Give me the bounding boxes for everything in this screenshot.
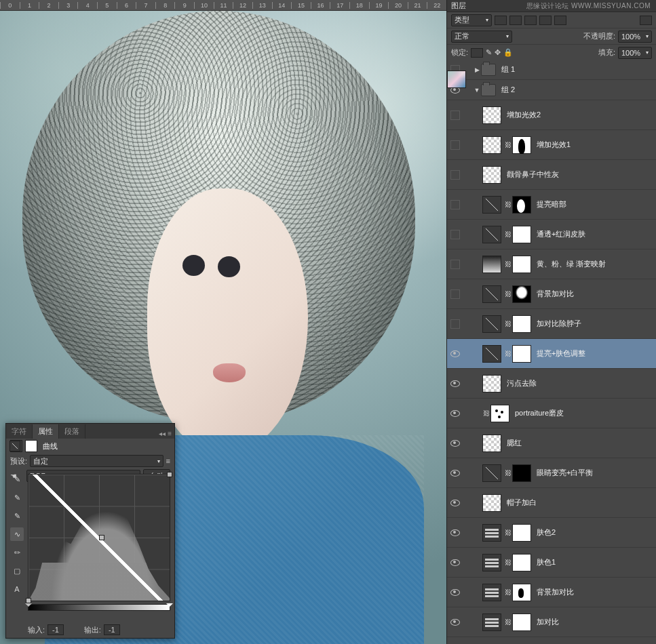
- white-slider[interactable]: [166, 603, 173, 610]
- curve-point-tool-icon[interactable]: ∿: [10, 527, 24, 541]
- blend-mode-select[interactable]: 正常▾: [451, 31, 512, 43]
- link-icon[interactable]: ⛓: [505, 200, 511, 209]
- curve-pencil-tool-icon[interactable]: ✏: [10, 546, 24, 559]
- visibility-toggle[interactable]: [450, 500, 460, 506]
- layer-mask-thumb[interactable]: [512, 554, 531, 571]
- layer-row[interactable]: 增加光效2: [447, 100, 656, 130]
- eyedropper-white-icon[interactable]: ✎: [10, 509, 24, 523]
- tab-properties[interactable]: 属性: [33, 424, 59, 439]
- curves-graph[interactable]: [28, 474, 170, 601]
- lock-move-icon[interactable]: ✥: [495, 48, 501, 57]
- filter-pixel-icon[interactable]: [495, 16, 507, 25]
- eyedropper-gray-icon[interactable]: ✎: [10, 491, 24, 504]
- mask-icon[interactable]: [25, 440, 37, 452]
- link-icon[interactable]: ⛓: [505, 260, 511, 269]
- filter-toggle[interactable]: [640, 16, 652, 25]
- layer-row[interactable]: 颧骨鼻子中性灰: [447, 160, 656, 190]
- layer-name[interactable]: 通透+红润皮肤: [537, 229, 585, 239]
- layer-mask-thumb[interactable]: [512, 256, 531, 273]
- tab-character[interactable]: 字符: [6, 424, 33, 439]
- properties-panel[interactable]: 字符 属性 段落 ◂◂ ≡ 曲线 预设: 自定▾ ≡ ☚ RGB▾ 自动 ✎ ✎…: [5, 423, 175, 639]
- layer-row[interactable]: ⛓通透+红润皮肤: [447, 220, 656, 249]
- visibility-toggle[interactable]: [450, 230, 460, 239]
- link-icon[interactable]: ⛓: [505, 289, 511, 299]
- layer-thumb[interactable]: [482, 226, 501, 243]
- link-icon[interactable]: ⛓: [505, 230, 511, 239]
- visibility-toggle[interactable]: [450, 529, 460, 536]
- layer-name[interactable]: portraiture磨皮: [515, 408, 564, 418]
- layer-mask-thumb[interactable]: [512, 285, 531, 303]
- visibility-toggle[interactable]: [450, 319, 460, 329]
- visibility-toggle[interactable]: [450, 289, 460, 299]
- visibility-toggle[interactable]: [450, 170, 460, 180]
- layer-thumb[interactable]: [482, 285, 501, 303]
- twirl-open-icon[interactable]: ▼: [473, 86, 481, 94]
- filter-type-select[interactable]: 类型▾: [451, 14, 492, 26]
- layer-thumb[interactable]: [482, 554, 501, 571]
- filter-shape-icon[interactable]: [539, 16, 552, 25]
- eyedropper-black-icon[interactable]: ✎: [10, 472, 24, 486]
- layer-thumb[interactable]: [482, 106, 501, 124]
- fill-input[interactable]: 100%▾: [618, 47, 652, 59]
- layer-name[interactable]: 背景加对比: [537, 289, 574, 299]
- layer-name[interactable]: 加对比除脖子: [537, 319, 581, 329]
- layer-name[interactable]: 颧骨鼻子中性灰: [507, 169, 559, 180]
- layer-thumb[interactable]: [447, 71, 466, 88]
- layer-row[interactable]: ⛓提亮暗部: [447, 190, 656, 220]
- visibility-toggle[interactable]: [450, 200, 460, 209]
- layer-row[interactable]: ⛓加对比: [447, 607, 656, 637]
- filter-type-icon[interactable]: [524, 16, 537, 25]
- visibility-toggle[interactable]: [450, 559, 460, 566]
- layer-mask-thumb[interactable]: [512, 464, 531, 482]
- layer-row[interactable]: ⛓背景加对比: [447, 578, 656, 607]
- curve-point-shadow[interactable]: [26, 598, 31, 603]
- layer-thumb[interactable]: [482, 256, 501, 273]
- layer-group-1[interactable]: ▶ 组 1: [447, 60, 656, 80]
- tab-paragraph[interactable]: 段落: [59, 424, 85, 439]
- link-icon[interactable]: ⛓: [505, 558, 511, 567]
- link-icon[interactable]: ⛓: [505, 618, 511, 627]
- preset-select[interactable]: 自定▾: [30, 455, 163, 467]
- layer-row[interactable]: ⛓增加光效1: [447, 130, 656, 160]
- layer-name[interactable]: 帽子加白: [507, 498, 537, 508]
- link-icon[interactable]: ⛓: [505, 528, 511, 538]
- layer-name[interactable]: 污点去除: [507, 378, 537, 388]
- layer-mask-thumb[interactable]: [490, 405, 509, 422]
- layer-mask-thumb[interactable]: [512, 613, 531, 631]
- layer-thumb[interactable]: [482, 494, 501, 512]
- layer-name[interactable]: 黄、粉、绿 渐变映射: [537, 259, 606, 269]
- visibility-toggle[interactable]: [450, 410, 460, 417]
- curve-point-mid[interactable]: [99, 535, 104, 540]
- layer-thumb[interactable]: [482, 584, 501, 601]
- layer-thumb[interactable]: [482, 435, 501, 452]
- link-icon[interactable]: ⛓: [484, 409, 489, 418]
- layer-row[interactable]: ⛓portraiture磨皮: [447, 399, 656, 428]
- smooth-icon[interactable]: ▢: [10, 564, 24, 578]
- layer-row[interactable]: 污点去除: [447, 369, 656, 399]
- layer-name[interactable]: 背景加对比: [537, 587, 574, 597]
- layer-thumb[interactable]: [482, 464, 501, 482]
- layer-name[interactable]: 提亮暗部: [537, 199, 566, 209]
- layer-row[interactable]: 帽子加白: [447, 488, 656, 518]
- layer-mask-thumb[interactable]: [512, 136, 531, 154]
- layer-row[interactable]: ⛓肤色1: [447, 548, 656, 578]
- visibility-toggle[interactable]: [450, 380, 460, 387]
- output-value[interactable]: -1: [104, 624, 120, 635]
- link-icon[interactable]: ⛓: [505, 468, 511, 478]
- layer-row[interactable]: ⛓提亮+肤色调整: [447, 339, 656, 369]
- menu-icon[interactable]: ≡: [166, 457, 170, 465]
- layer-mask-thumb[interactable]: [512, 345, 531, 363]
- visibility-toggle[interactable]: [450, 110, 460, 120]
- visibility-toggle[interactable]: [450, 440, 460, 447]
- visibility-toggle[interactable]: [450, 589, 460, 596]
- layer-thumb[interactable]: [482, 345, 501, 363]
- layer-thumb[interactable]: [482, 196, 501, 214]
- layer-name[interactable]: 眼睛变亮+白平衡: [537, 468, 593, 478]
- visibility-toggle[interactable]: [450, 260, 460, 269]
- visibility-toggle[interactable]: [450, 140, 460, 150]
- layer-thumb[interactable]: [482, 524, 501, 542]
- layer-name[interactable]: 增加光效1: [537, 140, 571, 150]
- layer-row[interactable]: 腮红: [447, 428, 656, 458]
- filter-smart-icon[interactable]: [554, 16, 566, 25]
- layer-name[interactable]: 腮红: [507, 438, 522, 448]
